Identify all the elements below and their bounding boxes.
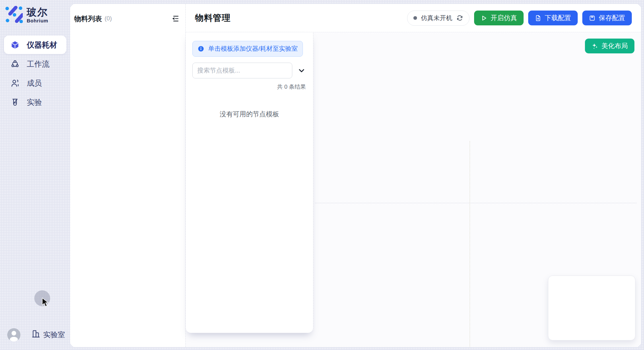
play-icon — [481, 15, 487, 21]
cube-icon — [11, 41, 19, 49]
workspace-canvas[interactable]: 单击模板添加仪器/耗材至实验室 共 0 条结果 — [186, 32, 641, 347]
brand: 玻尔 Bohrium — [0, 0, 70, 24]
info-icon — [198, 45, 204, 52]
empty-templates-text: 没有可用的节点模板 — [186, 110, 313, 119]
workflow-icon — [11, 60, 19, 69]
sidebar-item-label: 实验 — [27, 97, 42, 107]
search-row — [192, 63, 306, 78]
hint-banner-text: 单击模板添加仪器/耗材至实验室 — [208, 44, 298, 53]
sidebar-item-members[interactable]: 成员 — [4, 74, 66, 92]
beautify-layout-button[interactable]: 美化布局 — [585, 39, 634, 53]
sidebar-nav: 仪器耗材 工作流 — [0, 36, 70, 111]
save-icon — [589, 15, 596, 21]
header-actions: 仿真未开机 — [407, 11, 632, 26]
sparkles-icon — [592, 43, 598, 49]
beautify-layout-label: 美化布局 — [601, 42, 628, 50]
members-icon — [11, 79, 19, 88]
sidebar-item-label: 仪器耗材 — [27, 40, 57, 50]
sidebar-footer: 实验室 — [0, 328, 70, 341]
start-simulation-label: 开启仿真 — [491, 14, 517, 22]
status-label: 仿真未开机 — [421, 14, 452, 22]
collapse-panel-button[interactable] — [171, 14, 180, 23]
lab-switcher[interactable]: 实验室 — [32, 330, 65, 340]
refresh-icon[interactable] — [456, 15, 463, 21]
material-list-count: (0) — [105, 15, 112, 22]
bohrium-logo-icon — [5, 6, 23, 24]
search-input[interactable] — [192, 63, 292, 78]
material-list-panel: 物料列表 (0) — [70, 4, 186, 347]
sidebar: 玻尔 Bohrium 仪器耗材 — [0, 0, 70, 350]
save-config-label: 保存配置 — [599, 14, 625, 22]
material-list-title: 物料列表 — [74, 14, 102, 23]
page-header: 物料管理 仿真未开机 — [186, 4, 641, 32]
avatar[interactable] — [7, 328, 20, 341]
canvas-guide-vertical — [469, 141, 470, 347]
sidebar-item-label: 成员 — [27, 78, 42, 88]
sidebar-item-experiment[interactable]: 实验 — [4, 93, 66, 111]
sidebar-item-workflow[interactable]: 工作流 — [4, 55, 66, 73]
download-config-button[interactable]: 下载配置 — [528, 11, 578, 25]
app-window: 玻尔 Bohrium 仪器耗材 — [0, 0, 644, 350]
download-config-label: 下载配置 — [545, 14, 571, 22]
minimap-panel[interactable] — [548, 276, 635, 340]
file-download-icon — [535, 15, 541, 21]
lab-label: 实验室 — [43, 330, 65, 340]
brand-name-en: Bohrium — [27, 18, 48, 23]
main-column: 物料管理 仿真未开机 — [186, 4, 641, 347]
brand-name-zh: 玻尔 — [27, 7, 48, 17]
experiment-icon — [11, 98, 19, 107]
start-simulation-button[interactable]: 开启仿真 — [474, 11, 524, 25]
result-count: 共 0 条结果 — [186, 83, 313, 91]
save-config-button[interactable]: 保存配置 — [582, 11, 632, 25]
sidebar-item-label: 工作流 — [27, 59, 49, 69]
canvas-guide-horizontal — [315, 203, 636, 203]
sidebar-item-instruments[interactable]: 仪器耗材 — [4, 36, 66, 54]
main-panel: 物料列表 (0) 物料管理 仿真未 — [70, 4, 641, 347]
page-title: 物料管理 — [195, 12, 231, 24]
brand-text: 玻尔 Bohrium — [27, 7, 48, 23]
building-icon — [32, 330, 40, 340]
material-list-header: 物料列表 (0) — [70, 4, 185, 23]
status-dot-icon — [413, 16, 417, 20]
mouse-cursor — [42, 298, 50, 309]
hint-banner: 单击模板添加仪器/耗材至实验室 — [192, 41, 303, 57]
node-template-panel: 单击模板添加仪器/耗材至实验室 共 0 条结果 — [186, 32, 313, 333]
simulation-status-pill[interactable]: 仿真未开机 — [407, 11, 469, 26]
expand-filter-button[interactable] — [297, 66, 306, 75]
chevron-down-icon — [298, 67, 305, 74]
